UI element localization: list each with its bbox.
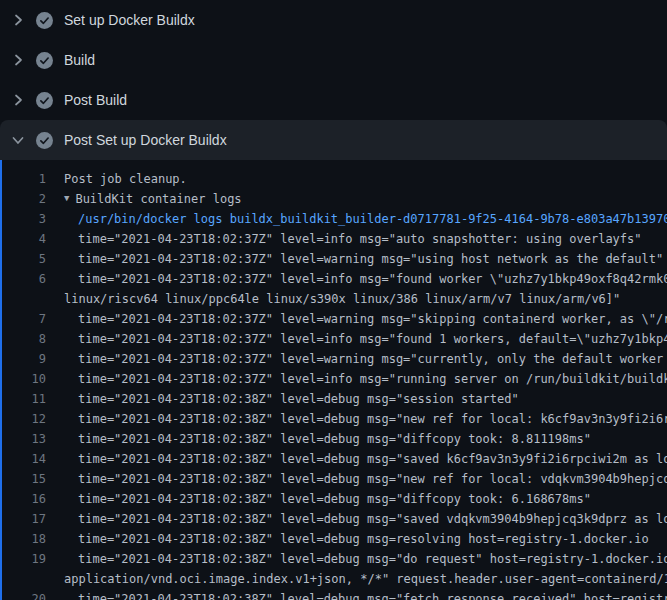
log-line-number[interactable]: 17: [2, 509, 46, 529]
log-line: 12 ▼time="2021-04-23T18:02:38Z" level=de…: [2, 409, 667, 429]
log-line-number[interactable]: 4: [2, 229, 46, 249]
step-header-post-build[interactable]: Post Build: [0, 80, 667, 120]
step-label: Build: [64, 52, 95, 68]
log-line-text: time="2021-04-23T18:02:38Z" level=debug …: [78, 392, 519, 406]
log-line-text: time="2021-04-23T18:02:37Z" level=warnin…: [78, 252, 663, 266]
log-line-number[interactable]: 3: [2, 209, 46, 229]
log-line-number: [2, 289, 46, 309]
log-line: 11 ▼time="2021-04-23T18:02:38Z" level=de…: [2, 389, 667, 409]
log-viewer: 1 ▼Post job cleanup. 2 ▼BuildKit contain…: [0, 160, 667, 600]
check-circle-icon: [36, 132, 53, 149]
log-line: 7 ▼time="2021-04-23T18:02:37Z" level=war…: [2, 309, 667, 329]
log-line-text: time="2021-04-23T18:02:38Z" level=debug …: [78, 452, 667, 466]
log-line-number[interactable]: 13: [2, 429, 46, 449]
log-line-text: time="2021-04-23T18:02:37Z" level=warnin…: [78, 352, 667, 366]
log-line-number[interactable]: 9: [2, 349, 46, 369]
log-line: 20 ▼time="2021-04-23T18:02:38Z" level=de…: [2, 589, 667, 600]
step-header-build[interactable]: Build: [0, 40, 667, 80]
log-line-text: time="2021-04-23T18:02:38Z" level=debug …: [78, 532, 649, 546]
check-circle-icon: [36, 52, 53, 69]
log-line: 6 ▼time="2021-04-23T18:02:37Z" level=inf…: [2, 269, 667, 289]
log-line-number[interactable]: 15: [2, 469, 46, 489]
log-line-text: time="2021-04-23T18:02:38Z" level=debug …: [78, 492, 591, 506]
log-line-number: [2, 569, 46, 589]
log-line-number[interactable]: 5: [2, 249, 46, 269]
log-line: 17 ▼time="2021-04-23T18:02:38Z" level=de…: [2, 509, 667, 529]
log-line-text: time="2021-04-23T18:02:38Z" level=debug …: [78, 512, 667, 526]
step-label: Post Build: [64, 92, 127, 108]
chevron-right-icon: [10, 92, 26, 108]
log-line: 15 ▼time="2021-04-23T18:02:38Z" level=de…: [2, 469, 667, 489]
log-line: 19 ▼time="2021-04-23T18:02:38Z" level=de…: [2, 549, 667, 569]
chevron-right-icon: [10, 12, 26, 28]
log-line: 4 ▼time="2021-04-23T18:02:37Z" level=inf…: [2, 229, 667, 249]
log-line-text: time="2021-04-23T18:02:38Z" level=debug …: [78, 592, 667, 600]
log-line[interactable]: 2 ▼BuildKit container logs: [2, 189, 667, 209]
log-line: ▼application/vnd.oci.image.index.v1+json…: [2, 569, 667, 589]
log-line-text: Post job cleanup.: [64, 172, 187, 186]
step-label: Set up Docker Buildx: [64, 12, 195, 28]
log-line-number[interactable]: 2: [2, 189, 46, 209]
log-line: 8 ▼time="2021-04-23T18:02:37Z" level=inf…: [2, 329, 667, 349]
log-line-number[interactable]: 12: [2, 409, 46, 429]
log-line-number[interactable]: 16: [2, 489, 46, 509]
log-line: 5 ▼time="2021-04-23T18:02:37Z" level=war…: [2, 249, 667, 269]
log-line-text: time="2021-04-23T18:02:38Z" level=debug …: [78, 552, 667, 566]
step-label: Post Set up Docker Buildx: [64, 132, 227, 148]
log-line-number[interactable]: 8: [2, 329, 46, 349]
check-circle-icon: [36, 12, 53, 29]
log-line-number[interactable]: 11: [2, 389, 46, 409]
log-line-text: BuildKit container logs: [75, 192, 241, 206]
log-line-text: time="2021-04-23T18:02:37Z" level=info m…: [78, 332, 667, 346]
log-line: 14 ▼time="2021-04-23T18:02:38Z" level=de…: [2, 449, 667, 469]
log-line: 16 ▼time="2021-04-23T18:02:38Z" level=de…: [2, 489, 667, 509]
log-line-number[interactable]: 6: [2, 269, 46, 289]
log-line: 13 ▼time="2021-04-23T18:02:38Z" level=de…: [2, 429, 667, 449]
log-line-text: time="2021-04-23T18:02:38Z" level=debug …: [78, 412, 667, 426]
log-line: ▼linux/riscv64 linux/ppc64le linux/s390x…: [2, 289, 667, 309]
triangle-down-icon: ▼: [64, 188, 69, 208]
log-line-text: time="2021-04-23T18:02:38Z" level=debug …: [78, 472, 667, 486]
log-line-text: time="2021-04-23T18:02:37Z" level=info m…: [78, 272, 667, 286]
log-line-number[interactable]: 18: [2, 529, 46, 549]
log-line-number[interactable]: 1: [2, 169, 46, 189]
steps-list: Set up Docker Buildx Build Post Build Po…: [0, 0, 667, 160]
log-line-number[interactable]: 20: [2, 589, 46, 600]
workflow-log-panel: Set up Docker Buildx Build Post Build Po…: [0, 0, 667, 600]
log-line: 3 ▼/usr/bin/docker logs buildx_buildkit_…: [2, 209, 667, 229]
log-line: 1 ▼Post job cleanup.: [2, 169, 667, 189]
check-circle-icon: [36, 92, 53, 109]
log-line-text: time="2021-04-23T18:02:38Z" level=debug …: [78, 432, 591, 446]
log-line-number[interactable]: 19: [2, 549, 46, 569]
log-line-text: application/vnd.oci.image.index.v1+json,…: [64, 572, 667, 586]
chevron-right-icon: [10, 52, 26, 68]
log-line-number[interactable]: 10: [2, 369, 46, 389]
log-line-text: time="2021-04-23T18:02:37Z" level=info m…: [78, 232, 642, 246]
chevron-down-icon: [10, 132, 26, 148]
log-line-text: time="2021-04-23T18:02:37Z" level=info m…: [78, 372, 667, 386]
log-line-number[interactable]: 14: [2, 449, 46, 469]
log-line: 18 ▼time="2021-04-23T18:02:38Z" level=de…: [2, 529, 667, 549]
step-header-post-set-up-docker-buildx[interactable]: Post Set up Docker Buildx: [0, 120, 667, 160]
log-line-text: time="2021-04-23T18:02:37Z" level=warnin…: [78, 312, 667, 326]
log-line-text: /usr/bin/docker logs buildx_buildkit_bui…: [78, 212, 667, 226]
log-line-number[interactable]: 7: [2, 309, 46, 329]
log-line-text: linux/riscv64 linux/ppc64le linux/s390x …: [64, 292, 620, 306]
log-line: 9 ▼time="2021-04-23T18:02:37Z" level=war…: [2, 349, 667, 369]
step-header-set-up-docker-buildx[interactable]: Set up Docker Buildx: [0, 0, 667, 40]
log-line: 10 ▼time="2021-04-23T18:02:37Z" level=in…: [2, 369, 667, 389]
